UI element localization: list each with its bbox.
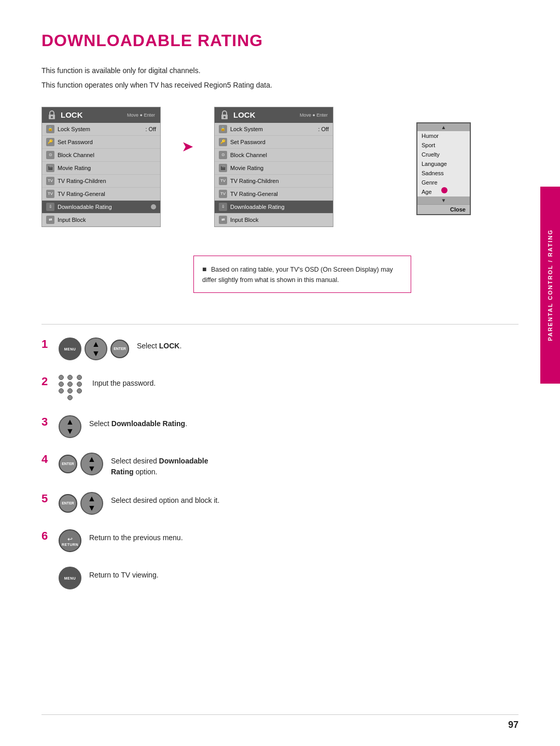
nav-circle-icon-4: ▲ ▼ [80, 453, 103, 475]
nav-circle-icon-1: ▲ ▼ [85, 337, 107, 360]
input-block-icon: ⇄ [46, 216, 54, 224]
page-number: 97 [508, 720, 519, 730]
lock-icon-left [47, 110, 57, 120]
dropdown-down-arrow: ▼ [417, 196, 470, 204]
lock-nav-hint-right: Move ● Enter [300, 112, 328, 118]
right-menu-area: LOCK Move ● Enter 🔒 Lock System : Off 🔑 … [214, 107, 411, 293]
r-downloadable-label: Downloadable Rating [230, 204, 285, 210]
step-2-icons [59, 375, 85, 401]
lock-item-setpassword: 🔑 Set Password [42, 136, 160, 149]
bottom-line [41, 714, 519, 715]
dropdown-item-sadness: Sadness [417, 168, 470, 178]
block-channel-label: Block Channel [58, 152, 94, 158]
r-input-block-icon: ⇄ [219, 216, 227, 224]
lock-system-icon: 🔒 [46, 125, 54, 133]
lock-menu-right: LOCK Move ● Enter 🔒 Lock System : Off 🔑 … [214, 107, 333, 227]
lock-title-left: LOCK [61, 110, 123, 119]
dropdown-popup: ▲ Humor Sport Cruelty Language Sadness G… [416, 122, 471, 215]
step-5-icons: ENTER ▲ ▼ [59, 492, 103, 515]
step-5: 5 ENTER ▲ ▼ Select desired option and bl… [41, 492, 519, 515]
lock-item-downloadable: ⇩ Downloadable Rating [42, 201, 160, 214]
enter-label-5: ENTER [62, 501, 74, 505]
step-4: 4 ENTER ▲ ▼ Select desired DownloadableR… [41, 453, 519, 477]
input-block-label: Input Block [58, 217, 86, 223]
lock-system-value: : Off [145, 126, 156, 132]
lock-system-label: Lock System [58, 126, 90, 132]
note-text: Based on rating table, your TV's OSD (On… [202, 266, 393, 284]
menu-button-icon: MENU [59, 337, 81, 360]
r-lock-item-setpassword: 🔑 Set Password [215, 136, 333, 149]
enter-label-1: ENTER [114, 347, 126, 351]
r-lock-item-downloadable: ⇩ Downloadable Rating [215, 201, 333, 214]
step-1: 1 MENU ▲ ▼ ENTER Select LOCK. [41, 337, 519, 360]
lock-icon-right [220, 110, 229, 120]
step-7-text: Return to TV viewing. [89, 567, 159, 581]
step-6-icons: ↩ RETURN [59, 529, 81, 552]
down-arrow-icon: ▼ [92, 349, 100, 358]
r-downloadable-icon: ⇩ [219, 203, 227, 211]
r-movie-rating-icon: 🎬 [219, 164, 227, 172]
r-lock-item-inputblock: ⇄ Input Block [215, 214, 333, 227]
up-arrow-icon-4: ▲ [88, 455, 96, 464]
up-arrow-icon-3: ▲ [66, 417, 74, 427]
step-6: 6 ↩ RETURN Return to the previous menu. [41, 529, 519, 552]
menu-label-bottom: MENU [64, 576, 76, 580]
right-arrow-icon: ➤ [181, 138, 193, 155]
r-tv-general-label: TV Rating-General [230, 191, 278, 197]
page-title: DOWNLOADABLE RATING [41, 31, 519, 50]
downloadable-bullet [151, 204, 156, 209]
sidebar: PARENTAL CONTROL / RATING [540, 187, 560, 384]
downloadable-label: Downloadable Rating [58, 204, 112, 210]
dropdown-item-humor: Humor [417, 131, 470, 140]
lock-item-movierating: 🎬 Movie Rating [42, 162, 160, 175]
step-5-number: 5 [41, 492, 51, 505]
screenshots-area: LOCK Move ● Enter 🔒 Lock System : Off 🔑 … [41, 107, 519, 293]
dropdown-close-button[interactable]: Close [417, 204, 470, 214]
description-2: This function operates only when TV has … [41, 79, 519, 91]
tv-children-icon: TV [46, 177, 54, 185]
dropdown-item-language: Language [417, 159, 470, 168]
step-1-text: Select LOCK. [137, 337, 181, 351]
return-arrow-icon: ↩ [67, 536, 73, 543]
tv-general-label: TV Rating-General [58, 191, 105, 197]
up-arrow-icon: ▲ [92, 340, 100, 349]
r-tv-children-icon: TV [219, 177, 227, 185]
r-lock-item-locksystem: 🔒 Lock System : Off [215, 123, 333, 136]
r-input-block-label: Input Block [230, 217, 258, 223]
step-5-text: Select desired option and block it. [111, 492, 219, 506]
tv-general-icon: TV [46, 190, 54, 198]
sidebar-text: PARENTAL CONTROL / RATING [547, 229, 553, 341]
r-block-channel-label: Block Channel [230, 152, 267, 158]
step-2-text: Input the password. [92, 375, 156, 389]
step-4-text: Select desired DownloadableRating option… [111, 453, 208, 477]
lock-item-blockchannel: ⊙ Block Channel [42, 149, 160, 162]
step-6-number: 6 [41, 529, 51, 543]
step-4-icons: ENTER ▲ ▼ [59, 453, 103, 475]
note-box: ■ Based on rating table, your TV's OSD (… [193, 256, 411, 293]
set-password-label: Set Password [58, 139, 93, 145]
down-arrow-icon-4: ▼ [88, 464, 96, 473]
r-lock-item-blockchannel: ⊙ Block Channel [215, 149, 333, 162]
lock-menu-left-items: 🔒 Lock System : Off 🔑 Set Password ⊙ Blo… [42, 123, 160, 227]
r-block-channel-icon: ⊙ [219, 151, 227, 159]
lock-menu-left: LOCK Move ● Enter 🔒 Lock System : Off 🔑 … [41, 107, 161, 227]
description-1: This function is available only for digi… [41, 65, 519, 76]
r-lock-system-icon: 🔒 [219, 125, 227, 133]
menu-button-icon-bottom: MENU [59, 567, 81, 589]
r-tv-children-label: TV Rating-Children [230, 178, 279, 184]
numpad-icon [59, 375, 85, 401]
lock-menu-right-header: LOCK Move ● Enter [215, 107, 333, 123]
svg-point-3 [223, 116, 226, 118]
movie-rating-icon: 🎬 [46, 164, 54, 172]
tv-children-label: TV Rating-Children [58, 178, 106, 184]
r-set-password-label: Set Password [230, 139, 265, 145]
block-channel-icon: ⊙ [46, 151, 54, 159]
r-set-password-icon: 🔑 [219, 138, 227, 146]
step-4-number: 4 [41, 453, 51, 466]
dropdown-item-cruelty: Cruelty [417, 150, 470, 159]
arrow-between: ➤ [181, 107, 193, 155]
step-3: 3 ▲ ▼ Select Downloadable Rating. [41, 415, 519, 438]
enter-button-icon-4: ENTER [59, 455, 77, 473]
lock-nav-hint-left: Move ● Enter [127, 112, 155, 118]
dropdown-item-sport: Sport [417, 140, 470, 150]
